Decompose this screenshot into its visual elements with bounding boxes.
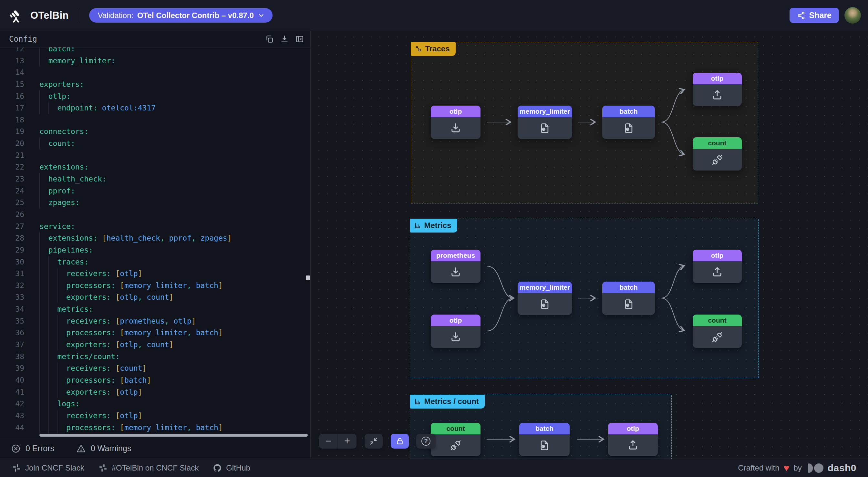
code-lines: 12batch:13memory_limiter:1415exporters:1… — [0, 48, 310, 434]
circle-x-icon — [11, 444, 21, 453]
indent-guide — [57, 410, 66, 422]
collapse-panel-button[interactable] — [296, 35, 304, 43]
help-button[interactable]: ? — [416, 434, 436, 449]
processor-icon — [623, 298, 634, 310]
node-processor-batch[interactable]: batch — [602, 106, 655, 139]
crafted-by[interactable]: Crafted with ♥ by dash0 — [738, 463, 857, 473]
node-exporter-otlp[interactable]: otlp — [693, 73, 742, 106]
node-body — [602, 293, 655, 315]
line-number: 38 — [0, 351, 24, 363]
brand-name: OTelBin — [30, 10, 69, 21]
indent-guide — [39, 315, 49, 327]
indent-guide — [57, 422, 66, 434]
code-line: 21 — [0, 150, 310, 161]
node-processor-memory_limiter[interactable]: memory_limiter — [518, 106, 572, 139]
heart-icon: ♥ — [784, 463, 789, 473]
indent-guide — [39, 90, 49, 102]
node-body — [431, 326, 480, 348]
brand[interactable]: OTelBin — [8, 7, 69, 24]
share-icon — [797, 11, 805, 20]
validation-label: Validation: — [98, 11, 133, 20]
indent-guide — [39, 303, 49, 315]
indent-guide — [49, 386, 58, 398]
node-body — [519, 435, 569, 456]
otelbin-slack-link[interactable]: #OTelBin on CNCF Slack — [98, 464, 198, 473]
line-number: 16 — [0, 90, 24, 102]
line-number: 30 — [0, 256, 24, 268]
line-number: 43 — [0, 410, 24, 422]
code-line: 42logs: — [0, 398, 310, 410]
download-config-button[interactable] — [280, 35, 289, 43]
copy-config-button[interactable] — [265, 35, 274, 43]
editor-vertical-scrollbar[interactable] — [306, 275, 310, 280]
node-receiver-prometheus[interactable]: prometheus — [431, 250, 480, 283]
warning-triangle-icon — [76, 444, 86, 453]
help-icon: ? — [422, 437, 430, 446]
code-line: 39receivers: [count] — [0, 362, 310, 374]
processor-icon — [539, 298, 551, 310]
zoom-out-button[interactable]: − — [319, 434, 338, 449]
line-number: 44 — [0, 422, 24, 434]
editor-header: Config — [0, 31, 310, 48]
pipeline-edge — [661, 298, 684, 330]
github-link[interactable]: GitHub — [213, 464, 250, 473]
line-number: 37 — [0, 339, 24, 351]
download-icon — [280, 35, 289, 43]
indent-guide — [49, 327, 58, 339]
node-connector-count[interactable]: count — [693, 315, 742, 348]
node-processor-batch[interactable]: batch — [519, 423, 569, 456]
fit-view-button[interactable] — [365, 434, 383, 449]
node-label: batch — [602, 106, 655, 117]
node-exporter-otlp[interactable]: otlp — [608, 423, 658, 456]
node-label: count — [693, 137, 742, 149]
node-connector-count[interactable]: count — [693, 137, 742, 171]
join-cncf-slack-link[interactable]: Join CNCF Slack — [12, 464, 84, 473]
indent-guide — [49, 291, 58, 303]
copy-icon — [265, 35, 274, 43]
footer-link-label: #OTelBin on CNCF Slack — [112, 464, 198, 473]
indent-guide — [49, 303, 58, 315]
config-editor-panel: Config 12batch:13memory_limiter:1415expo… — [0, 31, 311, 458]
lock-button[interactable] — [391, 434, 409, 449]
indent-guide — [49, 351, 58, 363]
indent-guide — [49, 315, 58, 327]
warnings-count: 0 Warnings — [91, 444, 131, 453]
validation-dropdown[interactable]: Validation: OTel Collector Contrib – v0.… — [89, 8, 273, 23]
node-label: otlp — [693, 250, 742, 261]
indent-guide — [57, 291, 66, 303]
indent-guide — [49, 256, 58, 268]
node-connector-count[interactable]: count — [431, 423, 480, 456]
line-number: 22 — [0, 161, 24, 173]
node-body — [693, 84, 742, 106]
indent-guide — [39, 410, 49, 422]
share-button[interactable]: Share — [789, 8, 839, 23]
node-processor-batch[interactable]: batch — [602, 281, 655, 315]
editor-horizontal-scrollbar[interactable] — [39, 434, 308, 437]
indent-guide — [57, 386, 66, 398]
node-receiver-otlp[interactable]: otlp — [431, 315, 480, 348]
indent-guide — [49, 339, 58, 351]
line-number: 12 — [0, 48, 24, 55]
code-line: 31receivers: [otlp] — [0, 268, 310, 280]
indent-guide — [39, 55, 49, 67]
indent-guide — [49, 280, 58, 292]
pipeline-canvas[interactable]: − + ? TracesMetricsMetrics / countotlpme… — [311, 31, 868, 458]
line-number: 24 — [0, 185, 24, 197]
node-processor-memory_limiter[interactable]: memory_limiter — [518, 281, 572, 315]
slack-icon — [98, 464, 107, 473]
indent-guide — [39, 280, 49, 292]
line-number: 33 — [0, 291, 24, 303]
node-body — [693, 261, 742, 283]
indent-guide — [39, 339, 49, 351]
yaml-editor[interactable]: 12batch:13memory_limiter:1415exporters:1… — [0, 48, 310, 438]
user-avatar[interactable] — [844, 7, 861, 24]
node-exporter-otlp[interactable]: otlp — [693, 250, 742, 283]
fit-view-icon — [369, 437, 378, 445]
indent-guide — [57, 315, 66, 327]
node-receiver-otlp[interactable]: otlp — [431, 106, 480, 139]
indent-guide — [39, 102, 49, 114]
zoom-in-button[interactable]: + — [338, 434, 356, 449]
indent-guide — [49, 268, 58, 280]
line-number: 35 — [0, 315, 24, 327]
receiver-icon — [450, 331, 461, 343]
